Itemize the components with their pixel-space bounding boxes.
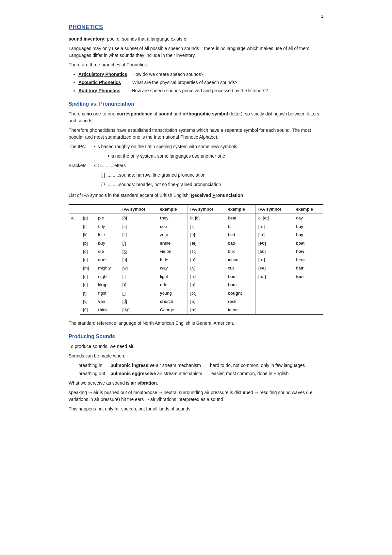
cell-sym	[255, 306, 293, 315]
table-row: [f] fight [j] young [ɔː] bought	[69, 289, 323, 298]
acoustic-label: Acoustic Phonetics	[78, 80, 121, 85]
cell-sym: [k]	[80, 231, 95, 239]
cell-ex: buy	[293, 222, 323, 231]
page-title: PHONETICS	[69, 23, 323, 32]
cell-sym: [ʒ]	[120, 247, 157, 256]
table-header-row: IPA symbol example IPA symbol example IP…	[69, 204, 323, 214]
cell-ex: book	[225, 281, 255, 289]
cell-sym: [ɪ]	[188, 222, 225, 231]
cell-sym: c. [eɪ]	[255, 214, 293, 222]
cell-ex: father	[225, 306, 255, 315]
col-header-sym1: IPA symbol	[120, 204, 157, 214]
cell-sym: [ɪə]	[255, 256, 293, 264]
section-spelling: Spelling vs. Pronunciation	[69, 100, 323, 108]
cell-ex	[293, 281, 323, 289]
cell-sym: [æ]	[188, 239, 225, 248]
row-label-a: a.	[69, 214, 80, 315]
table-row: [b] buy [ʃ] shine [æ] bad [əʊ] boat	[69, 239, 323, 248]
cell-ex	[293, 306, 323, 315]
col-header-ex1: example	[157, 204, 188, 214]
articulatory-label: Articulatory Phonetics	[78, 72, 127, 77]
cell-ex: bad	[225, 239, 255, 248]
cell-sym: [dʒ]	[120, 306, 157, 315]
cell-sym: [h]	[120, 256, 157, 264]
cell-sym: [p]	[80, 214, 95, 222]
cell-ex: van	[95, 297, 120, 306]
table-row: [n] night [l] light [uː] boot [ʊə] tour	[69, 272, 323, 281]
list-item: Auditory Phonetics How are speech sounds…	[78, 87, 323, 94]
col-header-a	[69, 204, 120, 214]
cell-sym: [b]	[80, 239, 95, 248]
cell-ex: bed	[225, 231, 255, 239]
brackets-slash: / / ..........sounds: broader, not so fi…	[101, 182, 221, 187]
col-header-sym2: IPA symbol	[188, 204, 225, 214]
auditory-desc: How are speech sounds perceived and proc…	[122, 88, 268, 93]
producing-para1: To produce sounds, we need air.	[69, 343, 323, 350]
speaking-para: speaking ⇒ air is pushed out of mouth/no…	[69, 389, 323, 403]
table-row: [θ] think [dʒ] George [ɑː] father	[69, 306, 323, 315]
cell-ex: bird	[225, 247, 255, 256]
cell-sym: [v]	[80, 297, 95, 306]
col-header-ex2: example	[225, 204, 255, 214]
breathing-out-note: easier, most common, done in English	[211, 370, 289, 377]
cell-sym: [ɹ]	[120, 281, 157, 289]
cell-ex: night	[95, 272, 120, 281]
cell-ex: bit	[225, 222, 255, 231]
cell-ex: vision	[157, 247, 188, 256]
cell-sym: [f]	[80, 289, 95, 298]
table-row: [m] mighty [w] way [ʌ] cut [eə] hair	[69, 264, 323, 272]
cell-sym: [ɒ]	[188, 297, 225, 306]
table-row: [d] die [ʒ] vision [ɜː] bird [aʊ] how	[69, 247, 323, 256]
cell-sym: [ʊə]	[255, 272, 293, 281]
cell-ex: boy	[293, 231, 323, 239]
table-row: [g] guest [h] hide [ə] along [ɪə] here	[69, 256, 323, 264]
breathing-in-label: breathing in	[78, 362, 108, 369]
cell-sym: [ɑː]	[188, 306, 225, 315]
cell-sym: [əʊ]	[255, 239, 293, 248]
cell-ex: they	[157, 214, 188, 222]
cell-sym: [ɜː]	[188, 247, 225, 256]
cell-sym: [uː]	[188, 272, 225, 281]
cell-sym: [aɪ]	[255, 222, 293, 231]
cell-ex: fight	[95, 289, 120, 298]
auditory-label: Auditory Phonetics	[78, 88, 120, 93]
table-row: [k] kite [z] zero [e] bed [ɔɪ] boy	[69, 231, 323, 239]
producing-list: breathing in pulmonic ingressive air str…	[78, 362, 323, 377]
cell-sym: [g]	[80, 256, 95, 264]
list-item: breathing out pulmonic eggressive air st…	[78, 370, 323, 377]
cell-ex: light	[157, 272, 188, 281]
spelling-para1: There is no one-to-one correspondence of…	[69, 111, 323, 124]
cell-ex: zero	[157, 231, 188, 239]
ipa-row: The IPA: • is based roughly on the Latin…	[69, 143, 323, 150]
cell-ex: here	[293, 256, 323, 264]
articulatory-desc: How do we create speech sounds?	[128, 72, 204, 77]
cell-ex: pie	[95, 214, 120, 222]
page-number: 1	[69, 13, 323, 20]
cell-ex: beat	[225, 214, 255, 222]
col-header-sym3: IPA symbol	[255, 204, 293, 214]
table-row: a. [p] pie [ð] they b. [iː] beat c. [eɪ]…	[69, 214, 323, 222]
cell-sym: b. [iː]	[188, 214, 225, 222]
cell-ex: bought	[225, 289, 255, 298]
cell-ex: tidy	[95, 222, 120, 231]
cell-ex: cut	[225, 264, 255, 272]
brackets-label: Brackets:	[69, 163, 93, 168]
cell-ex: die	[95, 247, 120, 256]
col-header-ex3: example	[293, 204, 323, 214]
cell-sym: [aʊ]	[255, 247, 293, 256]
cell-sym: [ɔɪ]	[255, 231, 293, 239]
air-vibration-text: air vibration	[131, 380, 157, 386]
acoustic-desc: What are the physical properties of spee…	[122, 80, 237, 85]
cell-ex: ride	[157, 281, 188, 289]
cell-sym	[255, 289, 293, 298]
breathing-in-note: hard to do, not common, only in few lang…	[210, 362, 305, 369]
producing-para2: Sounds can be made when:	[69, 353, 323, 359]
cell-sym: [ð]	[120, 214, 157, 222]
cell-ex: rock	[225, 297, 255, 306]
ipa-row2: • is not the only system, some languages…	[108, 153, 323, 160]
cell-sym: [t]	[80, 222, 95, 231]
cell-sym	[255, 281, 293, 289]
cell-sym: [e]	[188, 231, 225, 239]
sound-inventory-def: sound inventory: pool of sounds that a l…	[69, 36, 323, 43]
cell-ex: hair	[293, 264, 323, 272]
